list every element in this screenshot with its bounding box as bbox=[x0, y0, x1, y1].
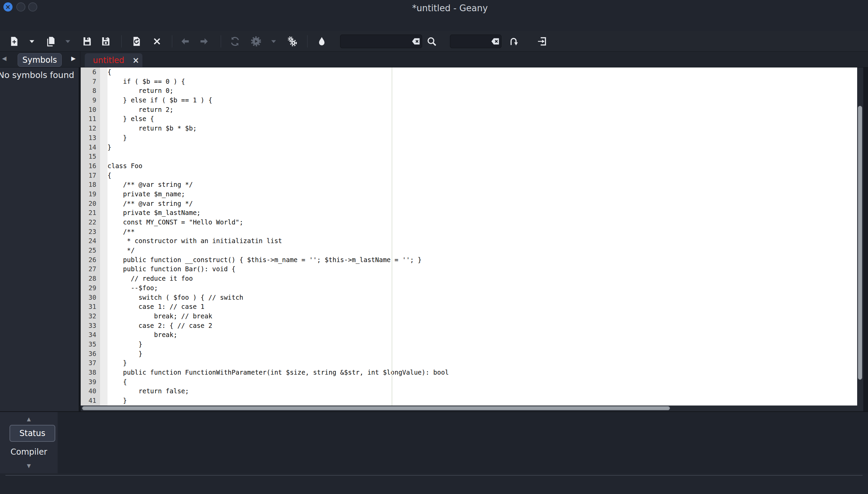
code-line[interactable]: 35 } bbox=[81, 340, 857, 349]
tab-close-icon[interactable]: × bbox=[133, 56, 139, 65]
new-file-button[interactable] bbox=[7, 36, 22, 47]
menu-item[interactable] bbox=[12, 16, 20, 31]
tab-status[interactable]: Status bbox=[9, 425, 55, 442]
tabs-scroll-down-icon[interactable]: ▼ bbox=[0, 463, 58, 469]
code-line[interactable]: 13 } bbox=[81, 133, 857, 143]
fold-margin[interactable] bbox=[100, 321, 108, 330]
menu-item[interactable] bbox=[47, 16, 56, 31]
fold-margin[interactable] bbox=[100, 105, 108, 115]
menu-item[interactable] bbox=[56, 16, 64, 31]
fold-margin[interactable] bbox=[100, 143, 108, 152]
fold-margin[interactable] bbox=[100, 377, 108, 387]
tab-compiler[interactable]: Compiler bbox=[0, 447, 58, 457]
menu-item[interactable] bbox=[64, 16, 73, 31]
sidebar-scroll-left-icon[interactable]: ◀ bbox=[2, 55, 6, 62]
build-menu-button[interactable] bbox=[269, 36, 278, 47]
fold-margin[interactable] bbox=[100, 293, 108, 302]
code-line[interactable]: 12 return $b * $b; bbox=[81, 124, 857, 133]
fold-margin[interactable] bbox=[100, 77, 108, 87]
fold-margin[interactable] bbox=[100, 86, 108, 96]
save-all-button[interactable] bbox=[98, 36, 113, 47]
clear-search-icon[interactable] bbox=[410, 36, 422, 46]
tab-symbols[interactable]: Symbols bbox=[18, 53, 62, 67]
navigate-back-button[interactable] bbox=[178, 36, 193, 47]
compile-button[interactable] bbox=[228, 36, 243, 47]
code-line[interactable]: 38 public function FunctionWithParameter… bbox=[81, 368, 857, 377]
revert-button[interactable] bbox=[129, 36, 144, 47]
code-line[interactable]: 6 { bbox=[81, 68, 857, 77]
fold-margin[interactable] bbox=[100, 358, 108, 368]
code-line[interactable]: 25 */ bbox=[81, 246, 857, 255]
fold-margin[interactable] bbox=[100, 171, 108, 180]
menu-item[interactable] bbox=[3, 16, 12, 31]
tabs-scroll-up-icon[interactable]: ▲ bbox=[0, 416, 58, 422]
close-document-button[interactable] bbox=[150, 36, 165, 47]
code-line[interactable]: 8 return 0; bbox=[81, 86, 857, 96]
fold-margin[interactable] bbox=[100, 236, 108, 246]
code-line[interactable]: 20 /** @var string */ bbox=[81, 199, 857, 209]
code-line[interactable]: 9 } else if ( $b == 1 ) { bbox=[81, 96, 857, 105]
code-line[interactable]: 19 private $m_name; bbox=[81, 190, 857, 199]
search-button[interactable] bbox=[424, 36, 439, 47]
code-line[interactable]: 22 const MY_CONST = "Hello World"; bbox=[81, 218, 857, 227]
fold-margin[interactable] bbox=[100, 340, 108, 349]
code-line[interactable]: 27 public function Bar(): void { bbox=[81, 264, 857, 274]
code-line[interactable]: 11 } else { bbox=[81, 114, 857, 124]
execute-button[interactable] bbox=[285, 36, 300, 47]
window-minimize-button[interactable] bbox=[16, 2, 25, 12]
code-line[interactable]: 16 class Foo bbox=[81, 162, 857, 171]
code-line[interactable]: 24 * constructor with an initializatin l… bbox=[81, 236, 857, 246]
code-line[interactable]: 29 --$foo; bbox=[81, 283, 857, 293]
goto-line-input[interactable] bbox=[450, 35, 489, 48]
fold-margin[interactable] bbox=[100, 368, 108, 377]
fold-margin[interactable] bbox=[100, 180, 108, 190]
code-line[interactable]: 41 } bbox=[81, 396, 857, 405]
code-line[interactable]: 33 case 2: { // case 2 bbox=[81, 321, 857, 330]
code-line[interactable]: 28 // reduce it foo bbox=[81, 274, 857, 283]
fold-margin[interactable] bbox=[100, 349, 108, 359]
fold-margin[interactable] bbox=[100, 386, 108, 396]
fold-margin[interactable] bbox=[100, 396, 108, 405]
fold-margin[interactable] bbox=[100, 162, 108, 171]
fold-margin[interactable] bbox=[100, 124, 108, 133]
fold-margin[interactable] bbox=[100, 152, 108, 162]
code-line[interactable]: 34 break; bbox=[81, 330, 857, 340]
fold-margin[interactable] bbox=[100, 133, 108, 143]
vertical-scrollbar[interactable] bbox=[857, 68, 863, 405]
quit-button[interactable] bbox=[534, 36, 549, 47]
search-entry[interactable] bbox=[340, 35, 422, 48]
goto-line-button[interactable] bbox=[506, 36, 521, 47]
open-file-menu-button[interactable] bbox=[63, 36, 73, 47]
code-line[interactable]: 37 } bbox=[81, 358, 857, 368]
fold-margin[interactable] bbox=[100, 264, 108, 274]
code-line[interactable]: 10 return 2; bbox=[81, 105, 857, 115]
search-input[interactable] bbox=[341, 35, 410, 48]
fold-margin[interactable] bbox=[100, 330, 108, 340]
menu-item[interactable] bbox=[20, 16, 29, 31]
window-close-button[interactable]: × bbox=[3, 2, 13, 12]
fold-margin[interactable] bbox=[100, 302, 108, 311]
open-file-button[interactable] bbox=[43, 36, 58, 47]
color-chooser-button[interactable] bbox=[314, 36, 329, 47]
code-line[interactable]: 40 return false; bbox=[81, 386, 857, 396]
fold-margin[interactable] bbox=[100, 227, 108, 237]
fold-margin[interactable] bbox=[100, 68, 108, 77]
titlebar[interactable]: × *untitled - Geany bbox=[0, 0, 868, 16]
goto-line-entry[interactable] bbox=[450, 35, 501, 48]
fold-margin[interactable] bbox=[100, 255, 108, 265]
tab-untitled[interactable]: untitled × bbox=[85, 53, 142, 67]
sidebar-scroll-right-icon[interactable]: ▶ bbox=[71, 55, 76, 62]
code-line[interactable]: 15 bbox=[81, 152, 857, 162]
code-line[interactable]: 21 private $m_lastName; bbox=[81, 208, 857, 218]
code-line[interactable]: 30 switch ( $foo ) { // switch bbox=[81, 293, 857, 302]
horizontal-scrollbar-thumb[interactable] bbox=[82, 406, 670, 410]
code-line[interactable]: 23 /** bbox=[81, 227, 857, 237]
fold-margin[interactable] bbox=[100, 208, 108, 218]
code-line[interactable]: 14 } bbox=[81, 143, 857, 152]
vertical-scrollbar-thumb[interactable] bbox=[858, 106, 862, 380]
new-file-menu-button[interactable] bbox=[27, 36, 37, 47]
horizontal-scrollbar[interactable] bbox=[81, 405, 863, 411]
code-line[interactable]: 39 { bbox=[81, 377, 857, 387]
fold-margin[interactable] bbox=[100, 283, 108, 293]
code-line[interactable]: 26 public function __construct() { $this… bbox=[81, 255, 857, 265]
